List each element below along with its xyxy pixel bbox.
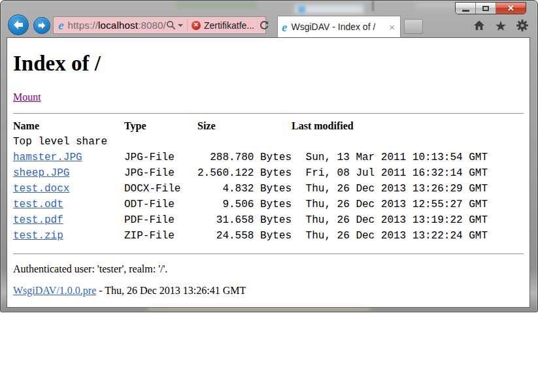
mount-link[interactable]: Mount: [13, 91, 41, 103]
column-header-name: Name: [13, 118, 124, 134]
refresh-button[interactable]: [259, 17, 269, 33]
mount-link-row: Mount: [13, 91, 524, 103]
file-modified: Thu, 26 Dec 2013 13:19:22 GMT: [292, 212, 488, 228]
file-size: 288.780 Bytes: [197, 150, 292, 165]
home-button[interactable]: [472, 18, 486, 33]
file-link[interactable]: test.zip: [13, 230, 63, 242]
chevron-down-icon: [178, 24, 183, 27]
wsgidav-version-link[interactable]: WsgiDAV/1.0.0.pre: [13, 285, 96, 296]
url-scheme: https://: [67, 20, 98, 31]
refresh-icon: [259, 20, 269, 31]
search-button[interactable]: [166, 17, 176, 33]
browser-tab[interactable]: e WsgiDAV - Index of / ×: [277, 16, 401, 37]
table-note-row: Top level share: [13, 134, 488, 150]
table-row: test.docx DOCX-File 4.832 Bytes Thu, 26 …: [13, 181, 488, 197]
gear-icon: [516, 19, 529, 32]
tab-title: WsgiDAV - Index of /: [291, 22, 375, 32]
share-label: Top level share: [13, 134, 488, 150]
back-arrow-icon: [12, 20, 24, 30]
file-type: PDF-File: [124, 212, 197, 228]
column-header-size: Size: [197, 118, 292, 134]
address-bar[interactable]: e https://localhost:8080/ ✕ Zertifikatfe…: [53, 16, 266, 34]
table-header-row: Name Type Size Last modified: [13, 118, 488, 134]
page-title: Index of /: [13, 52, 524, 76]
file-size: 2.560.122 Bytes: [197, 165, 292, 181]
authenticated-user-line: Authenticated user: 'tester', realm: '/'…: [13, 263, 524, 275]
file-modified: Thu, 26 Dec 2013 13:26:29 GMT: [292, 181, 488, 197]
certificate-error-icon: ✕: [192, 21, 201, 30]
file-modified: Fri, 08 Jul 2011 16:32:14 GMT: [292, 165, 488, 181]
url-text: https://localhost:8080/: [67, 20, 166, 31]
toolbar-icons: ★: [472, 18, 530, 33]
settings-button[interactable]: [515, 18, 530, 33]
file-link[interactable]: test.odt: [13, 199, 63, 210]
back-button[interactable]: [8, 14, 29, 35]
favorites-button[interactable]: ★: [494, 18, 508, 33]
navigation-bar: e https://localhost:8080/ ✕ Zertifikatfe…: [1, 10, 538, 37]
url-host: localhost: [98, 20, 138, 31]
file-link[interactable]: hamster.JPG: [13, 152, 82, 163]
new-tab-button[interactable]: [404, 19, 423, 34]
table-row: sheep.JPG JPG-File 2.560.122 Bytes Fri, …: [13, 165, 488, 181]
file-link[interactable]: test.docx: [13, 183, 69, 195]
star-icon: ★: [495, 19, 507, 33]
server-timestamp: - Thu, 26 Dec 2013 13:26:41 GMT: [96, 285, 246, 296]
ie-favicon: e: [58, 19, 63, 31]
tab-close-icon[interactable]: ×: [388, 22, 396, 32]
file-size: 24.558 Bytes: [197, 228, 292, 244]
home-icon: [473, 19, 486, 32]
divider: [187, 20, 188, 31]
file-type: ODT-File: [124, 197, 197, 212]
file-size: 31.658 Bytes: [197, 212, 292, 228]
titlebar-blur-decoration: [372, 1, 374, 11]
file-modified: Sun, 13 Mar 2011 10:13:54 GMT: [292, 150, 488, 165]
file-size: 4.832 Bytes: [197, 181, 292, 197]
forward-arrow-icon: [37, 22, 46, 29]
file-modified: Thu, 26 Dec 2013 13:22:24 GMT: [292, 228, 488, 244]
file-type: JPG-File: [124, 165, 197, 181]
table-row: hamster.JPG JPG-File 288.780 Bytes Sun, …: [13, 150, 488, 165]
table-row: test.zip ZIP-File 24.558 Bytes Thu, 26 D…: [13, 228, 488, 244]
file-size: 9.506 Bytes: [197, 197, 292, 212]
certificate-error-label: Zertifikatfe...: [204, 20, 254, 31]
column-header-modified: Last modified: [292, 118, 488, 134]
directory-index-page: Index of / Mount Name Type Size Last mod…: [7, 52, 530, 297]
certificate-error-button[interactable]: ✕ Zertifikatfe...: [192, 17, 259, 33]
address-bar-tools: ✕ Zertifikatfe...: [166, 17, 269, 33]
page-viewport: Index of / Mount Name Type Size Last mod…: [7, 37, 530, 308]
server-signature-line: WsgiDAV/1.0.0.pre - Thu, 26 Dec 2013 13:…: [13, 285, 524, 297]
table-row: test.odt ODT-File 9.506 Bytes Thu, 26 De…: [13, 197, 488, 212]
search-icon: [166, 20, 176, 30]
file-table: Name Type Size Last modified Top level s…: [13, 118, 488, 244]
file-modified: Thu, 26 Dec 2013 12:55:27 GMT: [292, 197, 488, 212]
divider: [13, 113, 524, 114]
tab-favicon: e: [282, 21, 287, 33]
address-dropdown-button[interactable]: [176, 17, 187, 33]
column-header-type: Type: [124, 118, 197, 134]
file-type: JPG-File: [124, 150, 197, 165]
file-type: DOCX-File: [124, 181, 197, 197]
file-link[interactable]: sheep.JPG: [13, 167, 69, 179]
forward-button[interactable]: [33, 17, 50, 34]
file-link[interactable]: test.pdf: [13, 214, 63, 226]
table-row: test.pdf PDF-File 31.658 Bytes Thu, 26 D…: [13, 212, 488, 228]
file-type: ZIP-File: [124, 228, 197, 244]
screenshot-stage: ✕ e https://localhost:8080/: [0, 0, 538, 392]
browser-window: ✕ e https://localhost:8080/: [0, 0, 538, 312]
url-path: :8080/: [138, 20, 166, 31]
titlebar-blur-decoration: [176, 1, 258, 7]
divider: [13, 253, 524, 255]
